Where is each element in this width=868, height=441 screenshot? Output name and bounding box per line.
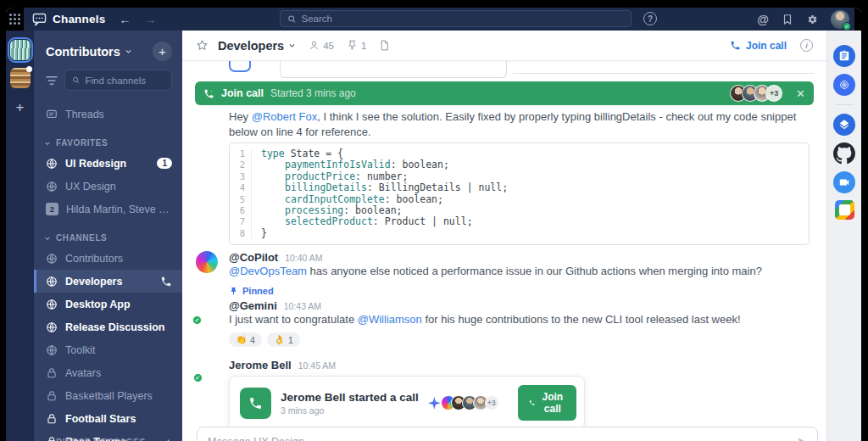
message-copilot: @CoPilot 10:40 AM @DevOpsTeam has anyone… <box>195 251 814 279</box>
sidebar-item-ux-design[interactable]: UX Design <box>34 175 182 198</box>
section-direct-messages[interactable]: DIRECT MESSAGES + <box>34 436 182 441</box>
section-favorites[interactable]: FAVORITES <box>34 126 182 152</box>
lock-icon <box>46 367 58 379</box>
layers-app-icon[interactable] <box>833 114 855 136</box>
global-search-input[interactable] <box>302 14 624 24</box>
filter-icon[interactable] <box>46 75 58 86</box>
workspace-switcher[interactable]: Contributors <box>46 45 132 59</box>
github-icon[interactable] <box>833 142 855 165</box>
code-snippet[interactable]: 1type State = { 2paymentInfoIsValid: boo… <box>229 142 810 245</box>
message-timestamp: 10:40 AM <box>285 253 322 263</box>
sidebar-item-threads[interactable]: Threads <box>34 103 182 126</box>
sidebar-item-ui-redesign[interactable]: UI Redesign 1 <box>34 152 182 175</box>
call-card-title: Jerome Bell started a call <box>281 391 419 404</box>
call-participants: +3 <box>428 395 498 410</box>
message-text: Hey @Robert Fox, I think I see the solut… <box>229 109 814 140</box>
find-channels-search[interactable] <box>64 70 172 91</box>
rail-divider <box>835 104 854 105</box>
gemini-avatar[interactable]: ✓ <box>195 299 218 323</box>
sidebar: Contributors + Threads FAVORITES <box>34 31 182 441</box>
sidebar-item-basketball-players[interactable]: Basketball Players <box>34 384 182 407</box>
add-dm-button[interactable]: + <box>165 436 172 441</box>
sidebar-item-avatars[interactable]: Avatars <box>34 361 182 384</box>
workspace-tile-2[interactable] <box>10 68 31 88</box>
workspace-rail: + <box>6 31 34 441</box>
message-timestamp: 10:43 AM <box>284 301 321 311</box>
card-more-participants: +3 <box>485 396 498 410</box>
lock-icon <box>46 413 58 425</box>
topbar-actions: @ ✓ <box>757 8 849 31</box>
user-avatar[interactable]: ✓ <box>831 10 849 29</box>
banner-close-icon[interactable]: ✕ <box>796 87 805 100</box>
sidebar-item-developers[interactable]: Developers <box>34 270 182 293</box>
app-title: Channels <box>53 13 105 25</box>
copilot-avatar[interactable] <box>196 251 218 273</box>
message-gemini: ✓ @Gemini 10:43 AM I just want to congra… <box>195 299 814 347</box>
sidebar-item-dm-group[interactable]: 2 Hilda Martin, Steve M... <box>34 198 182 220</box>
message-composer[interactable]: ➤ <box>197 427 818 441</box>
dm-member-count: 2 <box>46 203 58 215</box>
section-channels[interactable]: CHANNELS <box>34 220 182 247</box>
find-channels-input[interactable] <box>85 75 164 86</box>
app-grid-icon[interactable] <box>9 14 20 25</box>
phone-icon <box>730 40 741 51</box>
message-input[interactable] <box>208 436 796 441</box>
gear-icon[interactable] <box>806 14 818 25</box>
app-rail <box>826 31 861 441</box>
sender-name[interactable]: Jerome Bell <box>229 359 292 371</box>
unread-badge: 1 <box>157 158 172 169</box>
phone-icon <box>529 398 535 408</box>
chevron-down-icon <box>288 42 296 49</box>
header-join-call-button[interactable]: Join call <box>730 40 787 52</box>
search-icon <box>287 14 297 24</box>
mentions-icon[interactable]: @ <box>757 13 769 26</box>
global-search[interactable] <box>280 10 632 27</box>
video-app-icon[interactable] <box>833 171 855 193</box>
send-icon[interactable]: ➤ <box>796 434 807 441</box>
sender-name[interactable]: @Gemini <box>229 299 277 312</box>
verified-badge: ✓ <box>192 315 202 325</box>
calendar-app-icon[interactable] <box>835 200 854 220</box>
reaction-clap[interactable]: 👏4 <box>229 332 262 347</box>
member-count[interactable]: 45 <box>309 40 334 51</box>
pin-icon <box>347 40 358 51</box>
sidebar-item-football-stars[interactable]: Football Stars <box>34 407 182 430</box>
call-banner[interactable]: Join call Started 3 mins ago +3 ✕ <box>195 81 814 105</box>
banner-join-call-label[interactable]: Join call <box>221 87 264 99</box>
back-arrow-icon[interactable]: ← <box>119 13 131 26</box>
mention-robert-fox[interactable]: @Robert Fox <box>252 110 318 123</box>
favorite-star-icon[interactable] <box>196 39 209 52</box>
channel-files[interactable] <box>379 40 390 51</box>
sidebar-item-toolkit[interactable]: Toolkit <box>34 338 182 361</box>
mention-devopsteam[interactable]: @DevOpsTeam <box>229 265 307 277</box>
workspace-name: Contributors <box>46 45 120 59</box>
bookmark-icon[interactable] <box>782 14 793 25</box>
chevron-down-icon <box>44 235 51 242</box>
workspace-tile-1[interactable] <box>10 40 31 60</box>
jerome-avatar[interactable]: ✓ <box>196 359 218 381</box>
mention-williamson[interactable]: @Williamson <box>358 313 422 326</box>
pinned-count[interactable]: 1 <box>347 40 366 51</box>
phone-call-icon <box>248 396 263 410</box>
message-text: I just want to congratulate @Williamson … <box>229 312 805 327</box>
active-call-icon <box>160 276 172 287</box>
sender-name[interactable]: @CoPilot <box>229 251 278 264</box>
channel-info-icon[interactable]: i <box>800 39 813 52</box>
banner-status: Started 3 mins ago <box>270 87 356 99</box>
help-icon[interactable]: ? <box>643 12 657 25</box>
add-workspace-button[interactable]: + <box>16 99 25 116</box>
channel-title[interactable]: Developers <box>218 39 296 53</box>
sidebar-item-release-discussion[interactable]: Release Discussion <box>34 315 182 338</box>
pinned-indicator[interactable]: Pinned <box>229 286 814 296</box>
forward-arrow-icon[interactable]: → <box>144 13 156 26</box>
message-scroll-area[interactable]: Join call Started 3 mins ago +3 ✕ Hey @R… <box>182 61 826 441</box>
reaction-ok-hand[interactable]: 👌1 <box>267 332 300 347</box>
sidebar-item-desktop-app[interactable]: Desktop App <box>34 293 182 315</box>
sidebar-item-contributors[interactable]: Contributors <box>34 247 182 270</box>
create-channel-button[interactable]: + <box>153 42 172 61</box>
scrolled-message-fragment-line <box>513 73 814 74</box>
sphere-app-icon[interactable] <box>833 74 855 96</box>
card-join-call-button[interactable]: Join call <box>518 385 576 421</box>
tasks-app-icon[interactable] <box>833 45 855 67</box>
chevron-down-icon <box>44 140 51 147</box>
